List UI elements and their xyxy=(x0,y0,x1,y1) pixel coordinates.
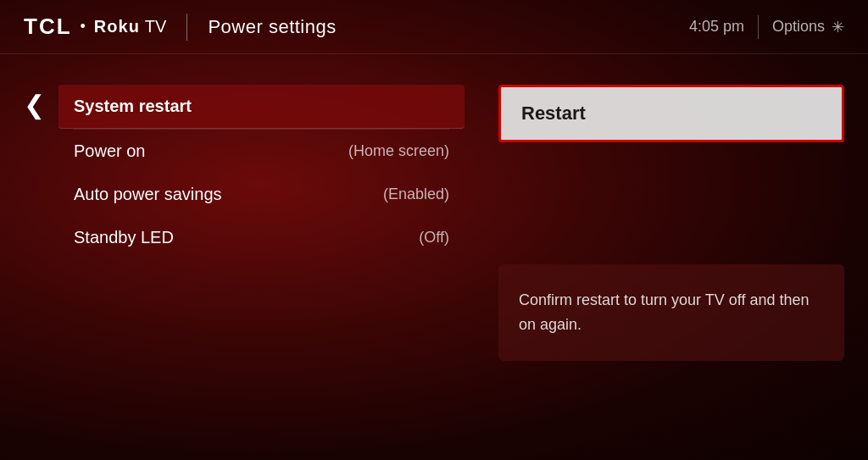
menu-item-auto-power-savings[interactable]: Auto power savings (Enabled) xyxy=(58,173,465,216)
menu-item-system-restart[interactable]: System restart xyxy=(58,85,465,129)
header-time: 4:05 pm xyxy=(689,18,744,36)
menu-item-label: System restart xyxy=(74,97,192,116)
menu-item-value: (Off) xyxy=(419,229,449,247)
back-button[interactable]: ❮ xyxy=(24,90,45,119)
header-divider xyxy=(186,14,187,41)
menu-item-label: Auto power savings xyxy=(74,185,222,204)
logo-dot: • xyxy=(81,18,86,36)
header-right-divider xyxy=(758,15,759,39)
menu-item-standby-led[interactable]: Standby LED (Off) xyxy=(58,216,465,259)
info-box: Confirm restart to turn your TV off and … xyxy=(498,264,844,361)
header-logo: TCL • Roku TV xyxy=(24,14,166,40)
header: TCL • Roku TV Power settings 4:05 pm Opt… xyxy=(0,0,868,54)
restart-button-label: Restart xyxy=(521,103,586,124)
menu-item-value: (Home screen) xyxy=(348,142,449,160)
options-icon: ✳ xyxy=(832,18,844,36)
left-panel: ❮ System restart Power on (Home screen) … xyxy=(24,78,465,436)
right-panel: Restart Confirm restart to turn your TV … xyxy=(498,78,844,436)
menu-item-power-on[interactable]: Power on (Home screen) xyxy=(58,130,465,173)
page-title: Power settings xyxy=(208,16,336,38)
tv-label: TV xyxy=(145,17,167,36)
main-content: ❮ System restart Power on (Home screen) … xyxy=(0,54,868,460)
header-options: Options ✳ xyxy=(772,18,844,36)
header-right: 4:05 pm Options ✳ xyxy=(689,15,844,39)
tcl-logo: TCL xyxy=(24,14,72,40)
menu-item-value: (Enabled) xyxy=(383,186,449,203)
roku-logo: Roku xyxy=(94,17,140,36)
menu-item-label: Power on xyxy=(74,141,146,161)
restart-button[interactable]: Restart xyxy=(498,85,844,142)
menu-list: System restart Power on (Home screen) Au… xyxy=(58,85,465,259)
menu-item-label: Standby LED xyxy=(74,228,174,247)
options-label: Options xyxy=(772,18,825,36)
info-text: Confirm restart to turn your TV off and … xyxy=(519,291,810,333)
